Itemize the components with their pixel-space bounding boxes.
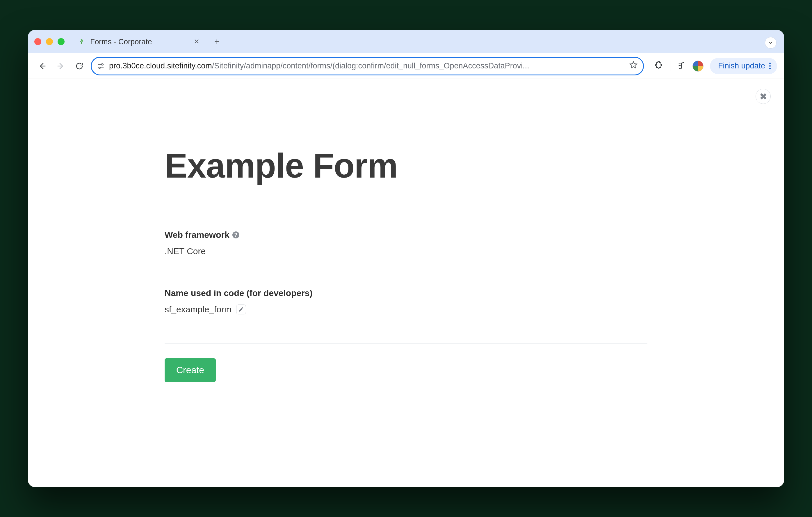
svg-point-0: [102, 63, 103, 65]
extensions-button[interactable]: [655, 61, 664, 71]
forward-button[interactable]: [54, 59, 68, 73]
more-menu-icon: [769, 62, 771, 69]
url-host: pro.3b0ce.cloud.sitefinity.com: [109, 61, 212, 71]
pencil-icon: [238, 306, 244, 312]
tab-list-dropdown-button[interactable]: [765, 37, 777, 49]
media-control-button[interactable]: [677, 61, 686, 71]
back-button[interactable]: [35, 59, 50, 73]
star-icon: [629, 60, 638, 69]
create-button[interactable]: Create: [165, 358, 216, 382]
svg-point-1: [99, 67, 100, 69]
new-tab-button[interactable]: +: [214, 36, 220, 47]
code-name-label: Name used in code (for developers): [165, 288, 647, 298]
arrow-right-icon: [56, 62, 65, 71]
page-viewport: ✖ Web framework ? .NET Core Name used in…: [28, 79, 784, 487]
reload-icon: [75, 62, 84, 71]
toolbar-right: Finish update: [655, 58, 777, 74]
web-framework-label: Web framework ?: [165, 230, 647, 240]
web-framework-value: .NET Core: [165, 246, 647, 256]
code-name-value: sf_example_form: [165, 304, 232, 315]
site-info-button[interactable]: [97, 62, 105, 70]
reload-button[interactable]: [72, 59, 87, 73]
sitefinity-favicon-icon: [77, 37, 86, 46]
bookmark-button[interactable]: [629, 60, 638, 71]
dialog-close-button[interactable]: ✖: [756, 89, 771, 104]
finish-update-label: Finish update: [718, 61, 765, 71]
chevron-down-icon: [768, 40, 773, 46]
tab-close-button[interactable]: ✕: [194, 37, 200, 46]
window-zoom-button[interactable]: [58, 38, 64, 45]
puzzle-icon: [655, 61, 664, 70]
url-path: /Sitefinity/adminapp/content/forms/(dial…: [212, 61, 529, 71]
create-form-dialog: Web framework ? .NET Core Name used in c…: [159, 146, 653, 382]
browser-window: Forms - Corporate ✕ + pro.3b0ce.cloud.si…: [28, 30, 784, 487]
arrow-left-icon: [38, 62, 47, 71]
tab-strip: Forms - Corporate ✕ +: [28, 30, 784, 53]
tab-title: Forms - Corporate: [90, 37, 152, 46]
divider: [165, 344, 647, 344]
profile-avatar-button[interactable]: [693, 60, 703, 72]
window-controls: [34, 38, 64, 45]
toolbar-divider: [670, 61, 670, 71]
url-text: pro.3b0ce.cloud.sitefinity.com/Sitefinit…: [109, 61, 625, 71]
browser-toolbar: pro.3b0ce.cloud.sitefinity.com/Sitefinit…: [28, 53, 784, 79]
finish-update-button[interactable]: Finish update: [710, 58, 777, 74]
help-icon[interactable]: ?: [232, 232, 239, 238]
web-framework-label-text: Web framework: [165, 230, 229, 240]
tune-icon: [97, 62, 105, 70]
browser-tab[interactable]: Forms - Corporate ✕: [73, 33, 205, 50]
window-minimize-button[interactable]: [46, 38, 53, 45]
form-title-input[interactable]: [165, 146, 647, 191]
window-close-button[interactable]: [34, 38, 41, 45]
address-bar[interactable]: pro.3b0ce.cloud.sitefinity.com/Sitefinit…: [91, 57, 644, 75]
edit-code-name-button[interactable]: [236, 304, 246, 315]
music-note-icon: [677, 61, 686, 70]
